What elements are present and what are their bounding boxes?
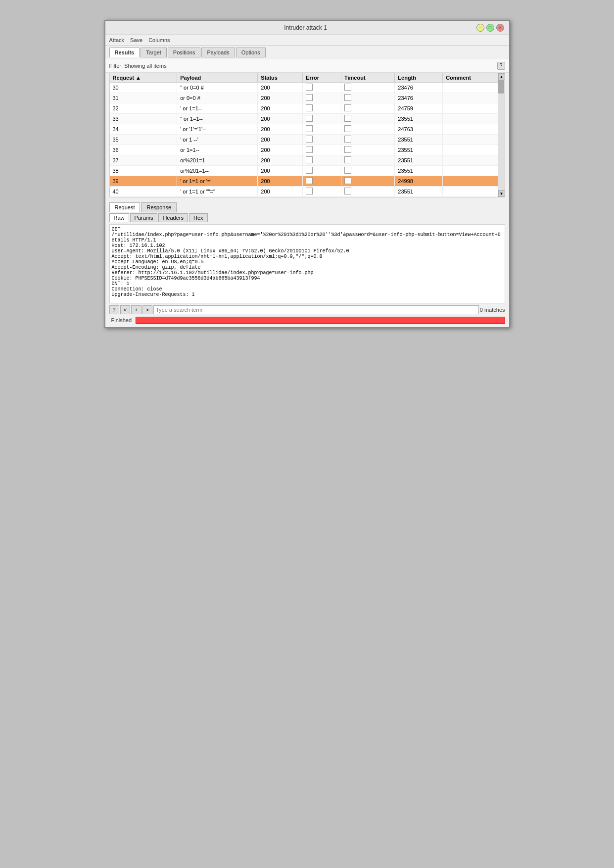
menu-bar: Attack Save Columns: [105, 35, 509, 46]
tab-results[interactable]: Results: [109, 48, 140, 57]
stab-params[interactable]: Params: [130, 213, 158, 222]
cell-status: 200: [258, 114, 303, 124]
tab-options[interactable]: Options: [236, 48, 266, 57]
tab-target[interactable]: Target: [141, 48, 167, 57]
error-checkbox[interactable]: [306, 104, 313, 111]
scroll-down-arrow[interactable]: ▼: [498, 190, 505, 197]
cell-error: [303, 155, 341, 166]
table-row[interactable]: 35 ' or 1 --' 200 23551: [110, 135, 505, 145]
table-row[interactable]: 37 or%201=1 200 23551: [110, 155, 505, 166]
col-request[interactable]: Request ▲: [110, 73, 177, 83]
error-checkbox[interactable]: [306, 177, 313, 184]
cell-payload: ' or 1=1 or '=': [177, 176, 258, 187]
timeout-checkbox[interactable]: [344, 156, 351, 163]
cell-request-id: 31: [110, 93, 177, 103]
stab-headers[interactable]: Headers: [158, 213, 188, 222]
timeout-checkbox[interactable]: [344, 167, 351, 174]
table-row[interactable]: 38 or%201=1-- 200 23551: [110, 166, 505, 176]
table-row[interactable]: 39 ' or 1=1 or '=' 200 24998: [110, 176, 505, 187]
tab-request[interactable]: Request: [109, 202, 141, 212]
col-status: Status: [258, 73, 303, 83]
timeout-checkbox[interactable]: [344, 136, 351, 143]
cell-timeout: [341, 103, 395, 114]
sub-tabs: Raw Params Headers Hex: [105, 212, 509, 222]
tab-positions[interactable]: Positions: [168, 48, 201, 57]
search-prev-button[interactable]: <: [120, 305, 130, 314]
cell-comment: [443, 124, 504, 135]
cell-payload: ' or 1=1--: [177, 103, 258, 114]
cell-status: 200: [258, 103, 303, 114]
cell-comment: [443, 145, 504, 155]
tab-response[interactable]: Response: [141, 202, 177, 212]
error-checkbox[interactable]: [306, 115, 313, 122]
table-row[interactable]: 33 " or 1=1-- 200 23551: [110, 114, 505, 124]
stab-raw[interactable]: Raw: [109, 213, 129, 222]
timeout-checkbox[interactable]: [344, 94, 351, 101]
results-table-container: Request ▲ Payload Status Error Timeout L…: [109, 73, 505, 197]
timeout-checkbox[interactable]: [344, 125, 351, 132]
cell-error: [303, 176, 341, 187]
cell-error: [303, 187, 341, 197]
cell-status: 200: [258, 83, 303, 93]
cell-length: 24759: [395, 103, 443, 114]
cell-status: 200: [258, 166, 303, 176]
tab-payloads[interactable]: Payloads: [201, 48, 235, 57]
table-row[interactable]: 34 ' or '1'='1'-- 200 24763: [110, 124, 505, 135]
cell-payload: ' or 1 --': [177, 135, 258, 145]
error-checkbox[interactable]: [306, 125, 313, 132]
cell-timeout: [341, 166, 395, 176]
error-checkbox[interactable]: [306, 84, 313, 91]
menu-attack[interactable]: Attack: [109, 37, 125, 43]
timeout-checkbox[interactable]: [344, 115, 351, 122]
col-length: Length: [395, 73, 443, 83]
table-row[interactable]: 40 ' or 1=1 or ""=" 200 23551: [110, 187, 505, 197]
filter-bar: Filter: Showing all items ?: [105, 59, 509, 73]
col-error: Error: [303, 73, 341, 83]
col-timeout: Timeout: [341, 73, 395, 83]
timeout-checkbox[interactable]: [344, 188, 351, 194]
cell-error: [303, 124, 341, 135]
search-help-button[interactable]: ?: [109, 305, 119, 314]
maximize-button[interactable]: □: [486, 24, 494, 32]
main-window: Intruder attack 1 − □ ✕ Attack Save Colu…: [104, 20, 510, 328]
cell-error: [303, 135, 341, 145]
error-checkbox[interactable]: [306, 188, 313, 194]
cell-status: 200: [258, 155, 303, 166]
cell-request-id: 35: [110, 135, 177, 145]
timeout-checkbox[interactable]: [344, 84, 351, 91]
main-tabs: Results Target Positions Payloads Option…: [105, 46, 509, 59]
cell-length: 23476: [395, 93, 443, 103]
minimize-button[interactable]: −: [476, 24, 484, 32]
filter-help-button[interactable]: ?: [497, 62, 505, 70]
table-row[interactable]: 36 or 1=1-- 200 23551: [110, 145, 505, 155]
search-input[interactable]: [153, 305, 479, 314]
error-checkbox[interactable]: [306, 156, 313, 163]
timeout-checkbox[interactable]: [344, 104, 351, 111]
cell-timeout: [341, 135, 395, 145]
menu-columns[interactable]: Columns: [148, 37, 170, 43]
close-button[interactable]: ✕: [496, 24, 504, 32]
cell-timeout: [341, 93, 395, 103]
scroll-up-arrow[interactable]: ▲: [498, 73, 505, 80]
table-row[interactable]: 32 ' or 1=1-- 200 24759: [110, 103, 505, 114]
cell-payload: " or 0=0 #: [177, 83, 258, 93]
error-checkbox[interactable]: [306, 146, 313, 153]
request-body[interactable]: GET /mutillidae/index.php?page=user-info…: [109, 224, 505, 303]
search-add-button[interactable]: +: [131, 305, 141, 314]
table-row[interactable]: 31 or 0=0 # 200 23476: [110, 93, 505, 103]
cell-timeout: [341, 83, 395, 93]
error-checkbox[interactable]: [306, 94, 313, 101]
table-row[interactable]: 30 " or 0=0 # 200 23476: [110, 83, 505, 93]
status-label: Finished: [109, 316, 134, 324]
error-checkbox[interactable]: [306, 167, 313, 174]
table-scrollbar[interactable]: ▲ ▼: [498, 73, 505, 197]
menu-save[interactable]: Save: [130, 37, 142, 43]
error-checkbox[interactable]: [306, 136, 313, 143]
stab-hex[interactable]: Hex: [189, 213, 208, 222]
cell-timeout: [341, 187, 395, 197]
cell-status: 200: [258, 187, 303, 197]
search-next-button[interactable]: >: [142, 305, 152, 314]
timeout-checkbox[interactable]: [344, 146, 351, 153]
timeout-checkbox[interactable]: [344, 177, 351, 184]
cell-length: 23551: [395, 114, 443, 124]
